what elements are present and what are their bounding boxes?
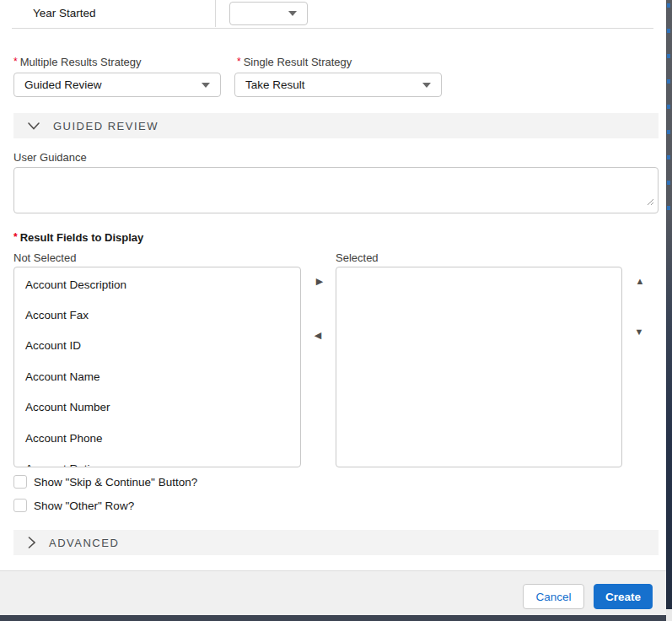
- list-item[interactable]: Account Name: [14, 361, 300, 392]
- move-to-selected-button[interactable]: ▶: [313, 274, 326, 288]
- year-started-dropdown[interactable]: [229, 2, 308, 25]
- cancel-button[interactable]: Cancel: [523, 584, 584, 609]
- show-skip-continue-label: Show "Skip & Continue" Button?: [34, 476, 197, 489]
- list-item[interactable]: Account Fax: [14, 300, 300, 330]
- user-guidance-textarea[interactable]: [13, 167, 659, 213]
- selected-listbox[interactable]: [336, 267, 622, 467]
- single-result-strategy-label: *Single Result Strategy: [237, 56, 352, 68]
- multiple-results-strategy-label: *Multiple Results Strategy: [13, 56, 141, 68]
- background-links-fragment: [667, 3, 670, 214]
- background-corner-patch: [666, 609, 672, 621]
- create-lookup-modal: Year Started *Multiple Results Strategy …: [0, 0, 672, 621]
- modal-footer: Cancel Create: [0, 570, 666, 615]
- chevron-down-icon: [28, 122, 40, 130]
- guided-review-section-title: GUIDED REVIEW: [53, 120, 159, 132]
- advanced-section-header[interactable]: ADVANCED: [13, 530, 659, 555]
- dropdown-arrow-icon: [422, 83, 431, 88]
- required-asterisk: *: [13, 231, 18, 243]
- single-result-strategy-value: Take Result: [245, 78, 305, 91]
- move-left-icon: ◀: [314, 330, 321, 341]
- required-asterisk: *: [237, 56, 241, 68]
- checkbox-unchecked[interactable]: [13, 475, 27, 489]
- dropdown-arrow-icon: [202, 83, 210, 88]
- move-to-not-selected-button[interactable]: ◀: [311, 328, 325, 342]
- dropdown-arrow-icon: [288, 11, 297, 16]
- resize-handle-icon[interactable]: [647, 194, 654, 209]
- list-item[interactable]: Account Number: [14, 392, 300, 423]
- chevron-right-icon: [28, 537, 35, 548]
- table-column-divider: [215, 0, 216, 27]
- table-row-border: [12, 28, 653, 29]
- list-item[interactable]: Account Rating: [14, 453, 300, 467]
- list-item[interactable]: Account Phone: [14, 423, 300, 453]
- not-selected-listbox[interactable]: Account DescriptionAccount FaxAccount ID…: [13, 267, 301, 467]
- show-skip-continue-checkbox-row[interactable]: Show "Skip & Continue" Button?: [13, 475, 197, 489]
- move-up-button[interactable]: ▲: [633, 274, 647, 288]
- selected-label: Selected: [336, 251, 379, 264]
- year-started-label: Year Started: [33, 7, 96, 19]
- show-other-row-label: Show "Other" Row?: [34, 500, 134, 512]
- multiple-results-strategy-value: Guided Review: [24, 78, 102, 91]
- move-down-button[interactable]: ▼: [632, 325, 646, 338]
- not-selected-label: Not Selected: [13, 251, 76, 264]
- required-asterisk: *: [13, 56, 18, 68]
- background-page-right-edge: [666, 0, 672, 609]
- single-result-strategy-combobox[interactable]: Take Result: [234, 73, 442, 97]
- advanced-section-title: ADVANCED: [49, 537, 119, 549]
- multiple-results-strategy-combobox[interactable]: Guided Review: [13, 73, 221, 97]
- move-up-icon: ▲: [636, 276, 645, 286]
- background-page-bottom-edge: [0, 615, 666, 621]
- show-other-row-checkbox-row[interactable]: Show "Other" Row?: [13, 499, 134, 512]
- list-item[interactable]: Account ID: [14, 331, 300, 361]
- move-down-icon: ▼: [635, 327, 644, 337]
- create-button[interactable]: Create: [594, 584, 653, 609]
- list-item[interactable]: Account Description: [14, 269, 300, 300]
- user-guidance-label: User Guidance: [13, 151, 87, 164]
- move-right-icon: ▶: [316, 276, 323, 287]
- result-fields-label: *Result Fields to Display: [13, 231, 143, 244]
- guided-review-section-header[interactable]: GUIDED REVIEW: [13, 113, 659, 138]
- checkbox-unchecked[interactable]: [13, 499, 27, 512]
